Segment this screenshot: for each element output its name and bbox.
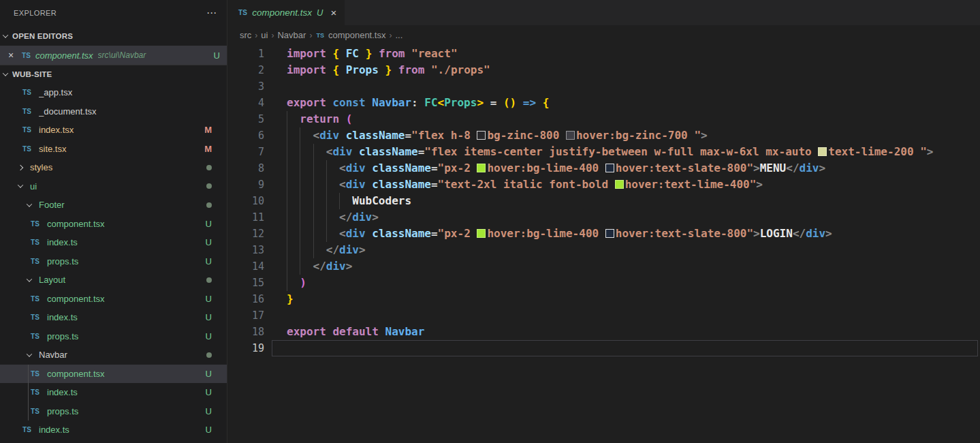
tree-item-file[interactable]: TScomponent.tsxU [0,365,227,384]
tree-item-file[interactable]: TSindex.tsU [0,308,227,327]
token: > [359,243,366,256]
close-icon[interactable]: × [330,7,336,18]
color-swatch-lime400[interactable] [477,229,486,238]
tree-item-file[interactable]: TSprops.tsU [0,327,227,346]
token: { [332,63,339,76]
code-text: export const Navbar: FC<Props> = () => { [287,95,549,111]
tree-item-file[interactable]: TSindex.tsU [0,233,227,252]
open-editor-item[interactable]: × TS component.tsx src\ui\Navbar U [0,46,227,65]
tree-item-file[interactable]: TSsite.tsxM [0,140,227,159]
token: < [326,145,333,158]
line-number: 7 [227,144,264,160]
chevron-right-icon [18,165,23,170]
tree-item-file[interactable]: TSindex.tsxM [0,121,227,140]
token: WubCoders [352,194,411,207]
tree-item-label: Footer [39,200,206,210]
line-number: 5 [227,111,264,127]
code-line[interactable]: 16} [227,291,980,307]
tree-item-file[interactable]: TS_app.tsx [0,83,227,102]
indent-guides [287,177,339,193]
token: "flex items-center justify-between w-ful… [424,145,818,158]
breadcrumb-separator-icon: › [389,31,392,40]
token: } [385,63,392,76]
typescript-icon: TS [31,408,44,415]
typescript-icon: TS [316,32,324,39]
token: div [352,211,372,224]
token: hover:bg-lime-400 [487,227,605,240]
chevron-down-icon [27,201,32,207]
line-number: 9 [227,177,264,193]
tree-item-folder[interactable]: styles [0,158,227,177]
code-line[interactable]: 11</div> [227,209,980,226]
color-swatch-slate800[interactable] [605,229,614,238]
token: className [372,227,431,240]
code-line[interactable]: 12<div className="px-2 hover:bg-lime-400… [227,226,980,242]
tree-item-folder[interactable]: ui [0,177,227,196]
code-line[interactable]: 3 [227,78,980,95]
code-line[interactable]: 5return ( [227,111,980,127]
token: div [346,227,366,240]
more-actions-icon[interactable]: ⋯ [206,7,217,19]
code-line[interactable]: 9<div className="text-2xl italic font-bo… [227,177,980,193]
code-line[interactable]: 10WubCoders [227,193,980,209]
token: "react" [411,47,457,60]
color-swatch-zinc700[interactable] [566,131,575,140]
tree-item-file[interactable]: TScomponent.tsxU [0,215,227,234]
code-line[interactable]: 8<div className="px-2 hover:bg-lime-400 … [227,160,980,177]
code-line[interactable]: 15) [227,275,980,291]
indent-guides [287,127,313,144]
tree-item-file[interactable]: TSprops.tsU [0,252,227,271]
code-line[interactable]: 2import { Props } from "./props" [227,62,980,78]
code-line[interactable]: 7<div className="flex items-center justi… [227,144,980,160]
code-line[interactable]: 17 [227,307,980,324]
color-swatch-slate800[interactable] [605,164,614,172]
token: < [438,96,445,109]
token: < [313,129,320,142]
code-line[interactable]: 13</div> [227,242,980,258]
tree-item-file[interactable]: TSprops.tsU [0,402,227,421]
breadcrumb-item[interactable]: Navbar [277,30,306,40]
tree-item-folder[interactable]: Layout [0,271,227,290]
tree-item-file[interactable]: TScomponent.tsxU [0,290,227,309]
tree-item-file[interactable]: TSindex.tsU [0,383,227,402]
tree-item-file[interactable]: TSindex.tsU [0,421,227,440]
breadcrumb-item[interactable]: src [240,30,251,40]
git-changes-dot-icon [206,277,212,283]
code-line[interactable]: 1import { FC } from "react" [227,46,980,62]
tree-item-folder[interactable]: Navbar [0,346,227,365]
tree-item-file[interactable]: TS_document.tsx [0,102,227,121]
color-swatch-lime400[interactable] [615,180,624,189]
code-line[interactable]: 6<div className="flex h-8 bg-zinc-800 ho… [227,127,980,144]
close-icon[interactable]: × [8,50,22,61]
token [392,63,398,76]
color-swatch-lime200[interactable] [818,147,827,156]
code-editor[interactable]: 1import { FC } from "react"2import { Pro… [227,45,980,443]
color-swatch-lime400[interactable] [477,164,486,172]
token: < [339,178,346,191]
indent-guides [287,226,339,242]
tab-component-tsx[interactable]: TS component.tsx U × [227,0,345,25]
breadcrumb-item[interactable]: ui [261,30,268,40]
code-line[interactable]: 18export default Navbar [227,324,980,340]
token: hover:text-slate-800" [616,227,753,240]
workspace-header[interactable]: WUB-SITE [0,65,227,83]
git-untracked-badge: U [206,256,212,266]
token: div [319,129,339,142]
token: > [346,260,353,273]
open-editors-header[interactable]: OPEN EDITORS [0,26,227,46]
token: className [372,178,431,191]
tree-item-folder[interactable]: Footer [0,196,227,215]
line-number: 3 [227,78,264,95]
indent-guides [287,209,339,226]
token: </ [793,227,806,240]
indent-guides [287,275,300,291]
breadcrumb-file[interactable]: component.tsx [328,30,386,40]
line-number: 1 [227,46,264,62]
color-swatch-zinc800[interactable] [477,131,486,140]
code-line[interactable]: 4export const Navbar: FC<Props> = () => … [227,95,980,111]
tree-item-label: _document.tsx [39,106,212,117]
code-line[interactable]: 19 [227,340,980,356]
breadcrumb-symbol-tail[interactable]: ... [395,30,402,40]
tree-item-label: component.tsx [47,219,206,229]
code-line[interactable]: 14</div> [227,258,980,275]
